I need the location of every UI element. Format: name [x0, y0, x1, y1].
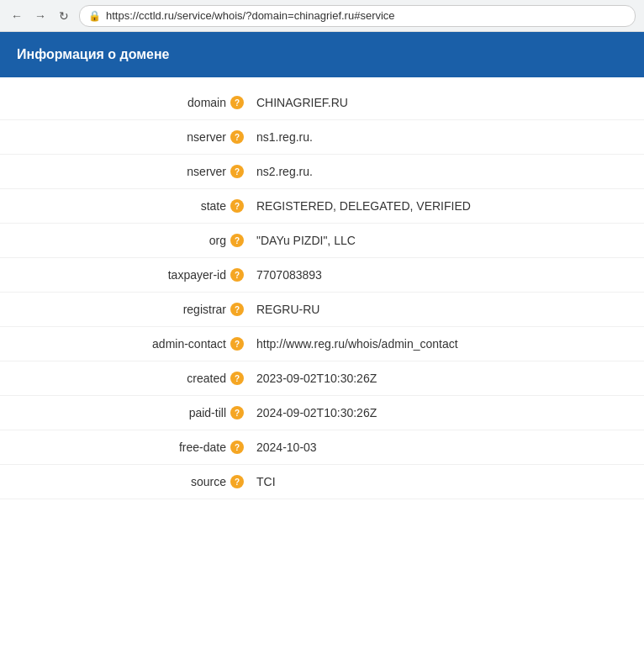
- info-icon[interactable]: ?: [230, 199, 244, 213]
- whois-value: http://www.reg.ru/whois/admin_contact: [252, 337, 627, 351]
- whois-row: nserver?ns1.reg.ru.: [0, 120, 644, 155]
- whois-value: 2023-09-02T10:30:26Z: [252, 372, 627, 385]
- info-icon[interactable]: ?: [230, 165, 244, 178]
- info-icon[interactable]: ?: [230, 475, 244, 488]
- url-bar[interactable]: 🔒 https://cctld.ru/service/whois/?domain…: [79, 5, 636, 27]
- field-label-text: created: [187, 372, 226, 385]
- field-label-text: nserver: [187, 130, 226, 144]
- field-label-text: org: [209, 234, 226, 247]
- field-label-text: admin-contact: [152, 337, 226, 351]
- whois-value: 2024-10-03: [252, 441, 627, 454]
- whois-row: admin-contact?http://www.reg.ru/whois/ad…: [0, 327, 644, 361]
- whois-row: domain?CHINAGRIEF.RU: [0, 86, 644, 120]
- whois-label: nserver?: [17, 130, 252, 144]
- whois-row: state?REGISTERED, DELEGATED, VERIFIED: [0, 189, 644, 224]
- field-label-text: free-date: [179, 441, 226, 454]
- whois-label: domain?: [17, 96, 252, 109]
- whois-row: registrar?REGRU-RU: [0, 293, 644, 327]
- whois-row: free-date?2024-10-03: [0, 430, 644, 465]
- back-button[interactable]: ←: [8, 8, 25, 24]
- field-label-text: taxpayer-id: [168, 268, 226, 282]
- whois-value: REGRU-RU: [252, 303, 627, 316]
- info-icon[interactable]: ?: [230, 130, 244, 144]
- whois-row: nserver?ns2.reg.ru.: [0, 155, 644, 189]
- whois-value: ns2.reg.ru.: [252, 165, 627, 178]
- field-label-text: paid-till: [189, 406, 226, 419]
- info-icon[interactable]: ?: [230, 96, 244, 109]
- whois-value: REGISTERED, DELEGATED, VERIFIED: [252, 199, 627, 213]
- browser-toolbar: ← → ↻ 🔒 https://cctld.ru/service/whois/?…: [0, 0, 644, 32]
- info-icon[interactable]: ?: [230, 268, 244, 282]
- info-icon[interactable]: ?: [230, 303, 244, 316]
- whois-value: 2024-09-02T10:30:26Z: [252, 406, 627, 419]
- header-title: Информация о домене: [17, 47, 627, 62]
- whois-value: "DAYu PIZDI", LLC: [252, 234, 627, 247]
- refresh-button[interactable]: ↻: [55, 8, 72, 24]
- whois-label: registrar?: [17, 303, 252, 316]
- whois-row: org?"DAYu PIZDI", LLC: [0, 224, 644, 258]
- forward-button[interactable]: →: [32, 8, 49, 24]
- info-icon[interactable]: ?: [230, 337, 244, 351]
- whois-table: domain?CHINAGRIEF.RUnserver?ns1.reg.ru.n…: [0, 77, 644, 508]
- field-label-text: state: [201, 199, 226, 213]
- whois-value: CHINAGRIEF.RU: [252, 96, 627, 109]
- whois-label: admin-contact?: [17, 337, 252, 351]
- whois-label: paid-till?: [17, 406, 252, 419]
- whois-row: taxpayer-id?7707083893: [0, 258, 644, 293]
- whois-label: nserver?: [17, 165, 252, 178]
- whois-label: taxpayer-id?: [17, 268, 252, 282]
- whois-value: 7707083893: [252, 268, 627, 282]
- field-label-text: registrar: [183, 303, 226, 316]
- info-icon[interactable]: ?: [230, 234, 244, 247]
- page-content: Информация о домене domain?CHINAGRIEF.RU…: [0, 32, 644, 508]
- info-icon[interactable]: ?: [230, 406, 244, 419]
- whois-value: ns1.reg.ru.: [252, 130, 627, 144]
- whois-label: org?: [17, 234, 252, 247]
- whois-row: paid-till?2024-09-02T10:30:26Z: [0, 396, 644, 430]
- info-icon[interactable]: ?: [230, 441, 244, 454]
- domain-info-header: Информация о домене: [0, 32, 644, 77]
- whois-label: free-date?: [17, 441, 252, 454]
- whois-value: TCI: [252, 475, 627, 488]
- field-label-text: nserver: [187, 165, 226, 178]
- whois-label: state?: [17, 199, 252, 213]
- whois-label: source?: [17, 475, 252, 488]
- url-text: https://cctld.ru/service/whois/?domain=c…: [106, 9, 626, 22]
- field-label-text: domain: [187, 96, 226, 109]
- lock-icon: 🔒: [88, 10, 101, 22]
- whois-label: created?: [17, 372, 252, 385]
- whois-row: created?2023-09-02T10:30:26Z: [0, 361, 644, 396]
- info-icon[interactable]: ?: [230, 372, 244, 385]
- whois-row: source?TCI: [0, 465, 644, 499]
- field-label-text: source: [191, 475, 226, 488]
